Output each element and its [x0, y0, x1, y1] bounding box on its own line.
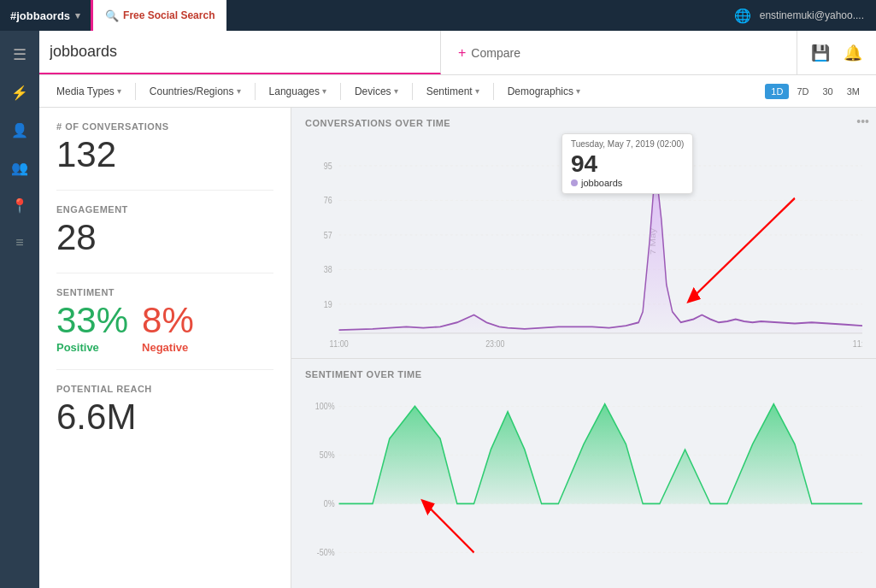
filter-sentiment-label: Sentiment: [426, 85, 473, 97]
period-3m[interactable]: 3M: [841, 84, 866, 99]
filter-countries[interactable]: Countries/Regions ▾: [143, 82, 248, 101]
search-row-actions: 💾 🔔: [797, 31, 876, 74]
conversations-chart-label: CONVERSATIONS OVER TIME: [305, 118, 862, 128]
filter-demographics-label: Demographics: [508, 85, 573, 97]
filter-demographics-arrow: ▾: [576, 86, 580, 96]
bell-icon[interactable]: 🔔: [840, 40, 866, 66]
engagement-value: 28: [56, 218, 273, 257]
logo-text: #jobbaords: [10, 9, 70, 22]
chart-menu-conversations[interactable]: •••: [856, 115, 869, 128]
tooltip-legend: jobboards: [571, 178, 684, 188]
top-navigation: #jobbaords ▾ 🔍 Free Social Search 🌐 enst…: [0, 0, 876, 31]
positive-label: Positive: [56, 341, 99, 354]
filter-sep-4: [412, 83, 413, 100]
logo[interactable]: #jobbaords ▾: [0, 0, 91, 31]
svg-text:-50%: -50%: [317, 547, 335, 557]
conversations-label: # OF CONVERSATIONS: [56, 121, 273, 132]
conversations-stat: # OF CONVERSATIONS 132: [56, 121, 273, 191]
sidebar-item-location[interactable]: 📍: [3, 188, 37, 222]
logo-arrow: ▾: [75, 10, 80, 21]
dashboard: # OF CONVERSATIONS 132 ENGAGEMENT 28 SEN…: [39, 108, 876, 588]
svg-line-27: [423, 502, 473, 553]
svg-text:23:00: 23:00: [485, 338, 505, 349]
sidebar: ☰ ⚡ 👤 👥 📍 ≡: [0, 31, 39, 588]
search-tab-label: Free Social Search: [123, 9, 215, 21]
period-7d[interactable]: 7D: [791, 84, 814, 99]
filter-sep-3: [340, 83, 341, 100]
filter-row: Media Types ▾ Countries/Regions ▾ Langua…: [39, 75, 876, 108]
save-icon[interactable]: 💾: [808, 40, 833, 66]
compare-plus-icon: +: [458, 45, 466, 61]
filter-languages-arrow: ▾: [322, 86, 326, 96]
sidebar-item-group[interactable]: 👥: [3, 150, 37, 185]
top-nav-right: 🌐 enstinemuki@yahoo....: [734, 8, 876, 24]
conversations-chart: Tuesday, May 7, 2019 (02:00) 94 jobboard…: [305, 133, 862, 350]
svg-text:50%: 50%: [320, 450, 335, 460]
sentiment-svg: 100% 50% 0% -50%: [305, 385, 862, 579]
svg-text:11:00: 11:00: [329, 338, 349, 349]
positive-sentiment: 33% Positive: [56, 301, 128, 353]
sidebar-item-list[interactable]: ≡: [3, 226, 37, 260]
svg-text:57: 57: [324, 230, 332, 240]
positive-pct: 33%: [56, 301, 128, 340]
svg-line-18: [689, 198, 794, 301]
filter-media-types-arrow: ▾: [117, 86, 121, 96]
filter-media-types[interactable]: Media Types ▾: [50, 82, 128, 101]
search-box: [39, 31, 441, 74]
conversations-chart-section: CONVERSATIONS OVER TIME Tuesday, May 7, …: [291, 108, 876, 359]
filter-countries-arrow: ▾: [237, 86, 241, 96]
filter-languages[interactable]: Languages ▾: [262, 82, 333, 101]
reach-label: POTENTIAL REACH: [56, 384, 273, 394]
svg-text:100%: 100%: [315, 401, 335, 411]
filter-devices-arrow: ▾: [394, 86, 398, 96]
sentiment-label: SENTIMENT: [56, 287, 273, 297]
svg-text:0%: 0%: [324, 498, 335, 509]
period-30[interactable]: 30: [816, 84, 838, 99]
sentiment-chart: 100% 50% 0% -50%: [305, 385, 862, 579]
stats-panel: # OF CONVERSATIONS 132 ENGAGEMENT 28 SEN…: [39, 108, 291, 588]
charts-panel: CONVERSATIONS OVER TIME Tuesday, May 7, …: [291, 108, 876, 588]
reach-value: 6.6M: [56, 397, 273, 437]
svg-text:38: 38: [324, 264, 332, 274]
search-icon: 🔍: [105, 9, 119, 22]
globe-icon[interactable]: 🌐: [734, 8, 751, 24]
filter-countries-label: Countries/Regions: [150, 85, 234, 97]
filter-sep-1: [135, 83, 136, 100]
compare-button[interactable]: + Compare: [441, 31, 797, 74]
main-layout: ☰ ⚡ 👤 👥 📍 ≡ + Compare 💾 🔔 Media Types: [0, 31, 876, 588]
search-input[interactable]: [50, 43, 430, 61]
sentiment-chart-label: SENTIMENT OVER TIME: [305, 369, 862, 379]
filter-sep-2: [255, 83, 256, 100]
filter-media-types-label: Media Types: [56, 85, 115, 97]
sentiment-values: 33% Positive 8% Negative: [56, 301, 273, 353]
search-tab[interactable]: 🔍 Free Social Search: [91, 0, 226, 31]
search-row: + Compare 💾 🔔: [39, 31, 876, 75]
negative-label: Negative: [142, 341, 188, 354]
negative-sentiment: 8% Negative: [142, 301, 194, 353]
svg-text:11:00: 11:00: [853, 338, 862, 349]
period-1d[interactable]: 1D: [765, 84, 789, 99]
filter-sentiment-arrow: ▾: [475, 86, 479, 96]
user-email: enstinemuki@yahoo....: [760, 9, 864, 21]
sidebar-item-menu[interactable]: ☰: [3, 38, 37, 72]
sidebar-item-dashboard[interactable]: ⚡: [3, 75, 37, 109]
filter-languages-label: Languages: [269, 85, 320, 97]
svg-text:19: 19: [324, 299, 332, 309]
sentiment-chart-section: SENTIMENT OVER TIME: [291, 359, 876, 588]
filter-devices[interactable]: Devices ▾: [348, 82, 405, 101]
sidebar-item-person[interactable]: 👤: [3, 113, 37, 147]
legend-dot: [571, 179, 578, 186]
filter-sentiment[interactable]: Sentiment ▾: [420, 82, 486, 101]
engagement-stat: ENGAGEMENT 28: [56, 204, 273, 273]
chart-tooltip: Tuesday, May 7, 2019 (02:00) 94 jobboard…: [561, 133, 693, 194]
sentiment-stat: SENTIMENT 33% Positive 8% Negative: [56, 287, 273, 369]
period-buttons: 1D 7D 30 3M: [765, 84, 866, 99]
engagement-label: ENGAGEMENT: [56, 204, 273, 215]
svg-text:76: 76: [324, 195, 332, 205]
filter-demographics[interactable]: Demographics ▾: [501, 82, 587, 101]
filter-sep-5: [493, 83, 494, 100]
compare-label: Compare: [471, 46, 520, 60]
svg-text:95: 95: [324, 161, 332, 171]
content-area: + Compare 💾 🔔 Media Types ▾ Countries/Re…: [39, 31, 876, 588]
tooltip-legend-text: jobboards: [581, 178, 622, 188]
